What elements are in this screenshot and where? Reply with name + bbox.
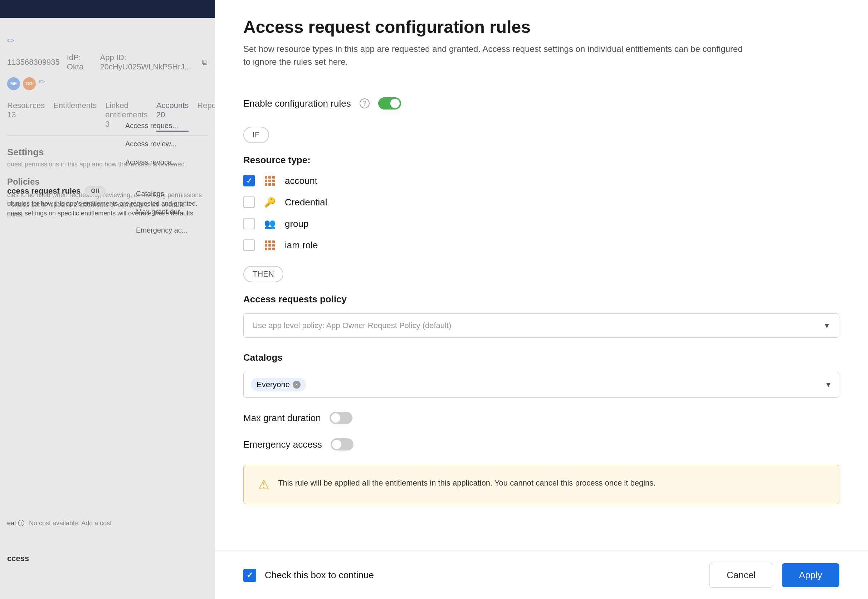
help-icon[interactable]: ? xyxy=(360,98,370,108)
iamrole-icon xyxy=(263,239,276,251)
bg-avatar-edit[interactable]: ✏ xyxy=(39,77,45,90)
bg-ar-title-text: ccess request rules xyxy=(7,187,81,196)
top-bar xyxy=(0,0,215,18)
resource-item-credential: 🔑 Credential xyxy=(243,196,839,209)
catalogs-dropdown[interactable]: Everyone × ▼ xyxy=(243,372,839,397)
bg-access-section-label: ccess xyxy=(7,554,29,563)
bg-policies-title: Policies xyxy=(7,177,208,187)
bg-cost-value: No cost available. Add a cost xyxy=(29,519,111,527)
bg-ar-maxgrant: Max grant dur... xyxy=(136,208,188,216)
resource-checkbox-account[interactable] xyxy=(243,175,255,187)
bg-ar-right-labels: Catalogs Max grant dur... Emergency ac..… xyxy=(136,190,188,244)
catalogs-dropdown-arrow: ▼ xyxy=(825,381,832,389)
footer-checkbox-label: Check this box to continue xyxy=(265,570,701,581)
panel-subtitle: Set how resource types in this app are r… xyxy=(243,42,744,68)
warning-icon: ⚠ xyxy=(258,477,269,492)
catalog-tag-everyone: Everyone × xyxy=(251,378,306,391)
resource-checkbox-credential[interactable] xyxy=(243,196,255,208)
emergency-access-row: Emergency access xyxy=(243,438,839,450)
bg-right-labels: Access reques... Access review... Access… xyxy=(125,122,178,176)
group-icon: 👥 xyxy=(263,217,276,230)
footer-checkbox[interactable] xyxy=(243,569,256,582)
bg-access-review: Access review... xyxy=(125,140,178,148)
resource-checkbox-group[interactable] xyxy=(243,218,255,229)
bg-tab-reports[interactable]: Reports xyxy=(197,101,215,132)
bg-id: 113568309935 xyxy=(7,57,60,67)
enable-row: Enable configuration rules ? xyxy=(243,97,839,110)
resource-item-group: 👥 group xyxy=(243,217,839,230)
max-grant-row: Max grant duration xyxy=(243,412,839,424)
bg-ar-catalogs: Catalogs xyxy=(136,190,188,198)
bg-tab-entitlements[interactable]: Entitlements xyxy=(53,101,96,132)
then-badge: THEN xyxy=(243,266,283,282)
warning-box: ⚠ This rule will be applied all the enti… xyxy=(243,465,839,504)
bg-tab-resources[interactable]: Resources 13 xyxy=(7,101,45,132)
bg-meta-row: 113568309935 IdP: Okta App ID: 20cHyU025… xyxy=(7,53,208,72)
panel-footer: Check this box to continue Cancel Apply xyxy=(215,551,868,599)
bg-cost-row: eat ⓘ No cost available. Add a cost xyxy=(7,519,111,527)
max-grant-toggle[interactable] xyxy=(329,412,352,424)
catalog-tag-label: Everyone xyxy=(257,380,290,389)
background-panel: ✏ 113568309935 IdP: Okta App ID: 20cHyU0… xyxy=(0,0,215,599)
warning-text: This rule will be applied all the entitl… xyxy=(278,477,656,489)
avatar-me: ME xyxy=(7,77,20,90)
bg-idp: IdP: Okta xyxy=(67,53,93,72)
if-badge: IF xyxy=(243,127,269,143)
panel-header: Access request configuration rules Set h… xyxy=(215,0,868,80)
credential-icon: 🔑 xyxy=(263,196,276,209)
access-request-config-panel: Access request configuration rules Set h… xyxy=(215,0,868,599)
account-icon xyxy=(263,174,276,187)
catalog-tag-remove[interactable]: × xyxy=(293,381,301,388)
avatar-dg: DG xyxy=(23,77,36,90)
bg-access-requests: Access reques... xyxy=(125,122,178,130)
bg-appid: App ID: 20cHyU025WLNkP5HrJ... xyxy=(100,53,195,72)
bg-ar-emergency: Emergency ac... xyxy=(136,226,188,234)
bg-cost-label: eat ⓘ xyxy=(7,519,24,527)
resource-item-account: account xyxy=(243,174,839,187)
bg-copy-icon[interactable]: ⧉ xyxy=(202,57,208,67)
bg-edit-icon: ✏ xyxy=(7,36,208,46)
policy-dropdown[interactable]: Use app level policy: App Owner Request … xyxy=(243,313,839,338)
resource-name-account: account xyxy=(285,175,317,187)
access-requests-policy-label: Access requests policy xyxy=(243,294,839,305)
cancel-button[interactable]: Cancel xyxy=(709,563,773,587)
resource-name-iamrole: iam role xyxy=(285,240,318,251)
panel-title: Access request configuration rules xyxy=(243,17,839,37)
policy-placeholder: Use app level policy: App Owner Request … xyxy=(252,321,451,330)
enable-toggle[interactable] xyxy=(378,97,401,110)
max-grant-label: Max grant duration xyxy=(243,412,321,424)
emergency-access-label: Emergency access xyxy=(243,439,322,450)
resource-name-credential: Credential xyxy=(285,197,327,208)
resource-checkbox-iamrole[interactable] xyxy=(243,239,255,251)
resource-name-group: group xyxy=(285,218,309,229)
resource-list: account 🔑 Credential 👥 group xyxy=(243,174,839,251)
emergency-access-toggle[interactable] xyxy=(331,438,354,450)
panel-body: Enable configuration rules ? IF Resource… xyxy=(215,80,868,551)
bg-access-revoca: Access revoca... xyxy=(125,158,178,166)
bg-off-badge: Off xyxy=(85,186,105,196)
policy-dropdown-arrow: ▼ xyxy=(823,322,830,330)
enable-label: Enable configuration rules xyxy=(243,98,351,109)
apply-button[interactable]: Apply xyxy=(782,563,839,587)
catalogs-tags: Everyone × xyxy=(251,378,306,391)
bg-avatars: ME DG ✏ xyxy=(7,77,208,90)
resource-type-label: Resource type: xyxy=(243,155,839,166)
resource-item-iamrole: iam role xyxy=(243,239,839,251)
catalogs-label: Catalogs xyxy=(243,352,839,363)
